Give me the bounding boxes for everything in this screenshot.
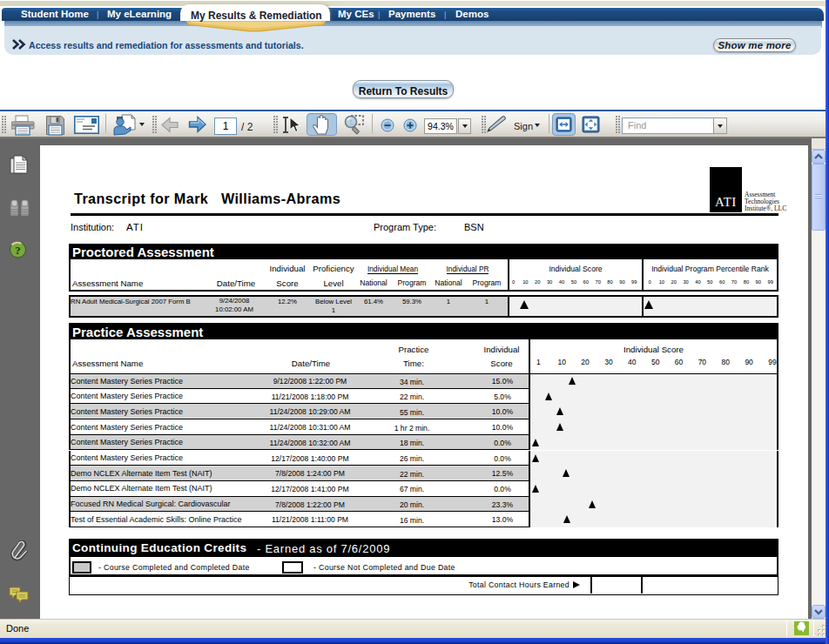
svg-text:?: ? — [15, 244, 21, 257]
